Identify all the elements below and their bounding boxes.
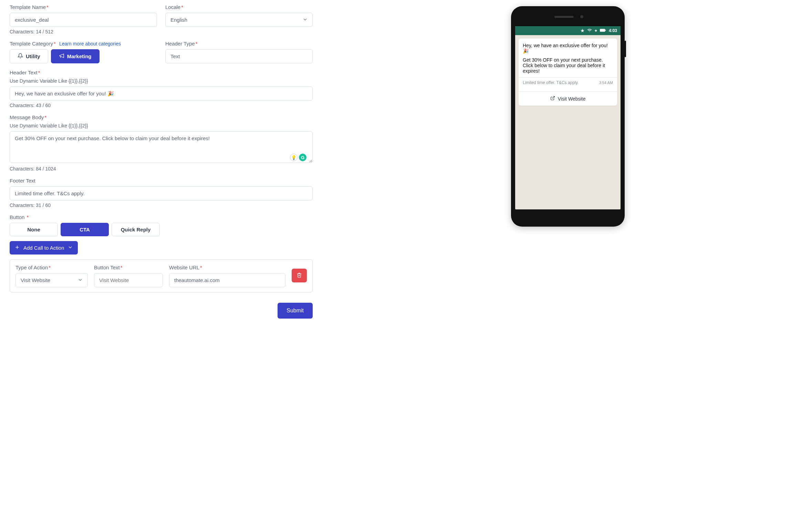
external-link-icon [550, 96, 555, 102]
button-text-label: Button Text* [94, 264, 163, 270]
header-type-label: Header Type* [165, 41, 313, 46]
message-body-label: Message Body* [10, 114, 313, 120]
category-label: Template Category* Learn more about cate… [10, 41, 157, 46]
header-text-counter: Characters: 43 / 60 [10, 103, 313, 108]
header-type-input[interactable] [165, 49, 313, 63]
button-quick-reply[interactable]: Quick Reply [112, 223, 160, 236]
submit-button[interactable]: Submit [278, 303, 313, 319]
cta-config-row: Type of Action* Visit Website Button Tex… [10, 259, 313, 292]
learn-more-link[interactable]: Learn more about categories [59, 41, 121, 46]
wifi-icon [587, 28, 592, 34]
preview-message-time: 3:54 AM [599, 81, 613, 85]
location-icon: ⌖ [595, 28, 597, 33]
footer-text-input[interactable] [10, 186, 313, 200]
star-icon: ★ [581, 28, 584, 33]
add-call-to-action-button[interactable]: Add Call to Action [10, 241, 78, 255]
header-text-input[interactable] [10, 86, 313, 101]
button-text-input[interactable] [94, 273, 163, 287]
button-section-label: Button * [10, 214, 313, 220]
category-marketing-button[interactable]: Marketing [51, 49, 100, 63]
status-bar: ★ ⌖ 4:03 [515, 26, 621, 35]
preview-footer-text: Limited time offer. T&Cs apply. [523, 80, 579, 85]
template-name-label: Template Name* [10, 4, 157, 10]
grammarly-icon: G [299, 154, 306, 161]
header-text-hint: Use Dynamic Variable Like {{1}},{{2}} [10, 78, 313, 84]
svg-rect-2 [600, 29, 605, 32]
message-body-counter: Characters: 84 / 1024 [10, 166, 313, 172]
message-bubble: Hey, we have an exclusive offer for you!… [519, 39, 617, 106]
preview-header-text: Hey, we have an exclusive offer for you!… [523, 43, 613, 54]
status-time: 4:03 [609, 28, 617, 33]
megaphone-icon [59, 53, 64, 60]
plus-icon [14, 245, 20, 251]
footer-text-label: Footer Text [10, 178, 313, 184]
button-none[interactable]: None [10, 223, 58, 236]
lightbulb-icon: 💡 [290, 154, 298, 161]
type-of-action-label: Type of Action* [15, 264, 88, 270]
preview-body-text: Get 30% OFF on your next purchase. Click… [523, 57, 613, 74]
preview-cta-button: Visit Website [519, 91, 617, 103]
locale-select[interactable]: English [165, 13, 313, 27]
locale-label: Locale* [165, 4, 313, 10]
message-body-hint: Use Dynamic Variable Like {{1}},{{2}} [10, 123, 313, 128]
grammarly-widget[interactable]: 💡 G [290, 154, 306, 161]
website-url-label: Website URL* [169, 264, 285, 270]
category-utility-button[interactable]: Utility [10, 49, 48, 63]
battery-icon [600, 28, 606, 33]
button-cta[interactable]: CTA [61, 223, 109, 236]
delete-cta-button[interactable] [292, 269, 307, 282]
template-name-input[interactable] [10, 13, 157, 27]
svg-line-4 [552, 96, 554, 98]
website-url-input[interactable] [169, 273, 285, 287]
template-name-counter: Characters: 14 / 512 [10, 29, 157, 34]
bell-icon [18, 53, 23, 60]
header-text-label: Header Text* [10, 70, 313, 75]
trash-icon [296, 272, 302, 279]
type-of-action-select[interactable]: Visit Website [15, 273, 88, 287]
phone-preview: ★ ⌖ 4:03 Hey, we have an exclusive offer… [511, 6, 625, 227]
message-body-textarea[interactable]: Get 30% OFF on your next purchase. Click… [10, 131, 313, 163]
footer-text-counter: Characters: 31 / 60 [10, 203, 313, 208]
chevron-down-icon [67, 245, 73, 251]
svg-rect-3 [605, 30, 606, 31]
